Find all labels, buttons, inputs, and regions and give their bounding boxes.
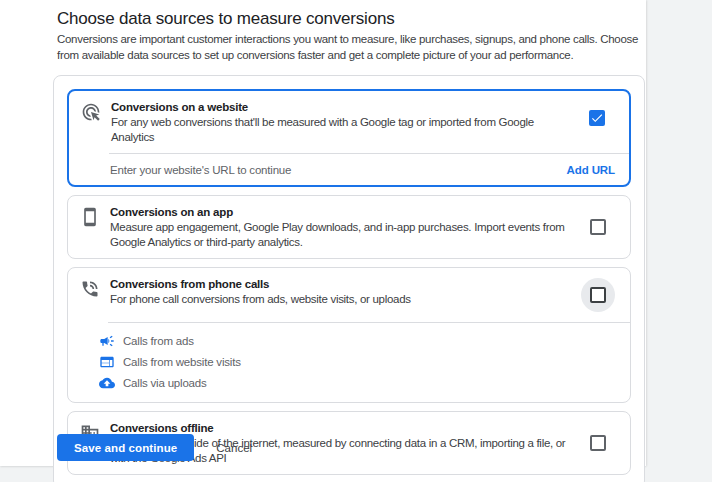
website-card-text: Conversions on a website For any web con…	[101, 99, 577, 145]
phone-card-title: Conversions from phone calls	[110, 277, 570, 292]
app-card-text: Conversions on an app Measure app engage…	[100, 204, 578, 250]
page-description: Conversions are important customer inter…	[57, 32, 647, 63]
phone-checkbox[interactable]	[590, 287, 606, 303]
save-and-continue-button[interactable]: Save and continue	[57, 434, 194, 461]
app-checkbox-column	[578, 204, 618, 250]
website-card-title: Conversions on a website	[111, 100, 569, 115]
phone-checkbox-hover-ring[interactable]	[581, 278, 615, 312]
content-panel: Choose data sources to measure conversio…	[0, 0, 646, 466]
option-card-website[interactable]: Conversions on a website For any web con…	[67, 89, 631, 187]
website-url-hint: Enter your website's URL to continue	[110, 164, 291, 176]
add-url-link[interactable]: Add URL	[567, 164, 615, 176]
phone-call-sources-list: Calls from ads Calls from website visits…	[68, 323, 630, 402]
page-title: Choose data sources to measure conversio…	[57, 9, 394, 29]
phone-card-header: Conversions from phone calls For phone c…	[68, 268, 630, 322]
phone-card-text: Conversions from phone calls For phone c…	[100, 276, 578, 307]
list-item-calls-from-website: Calls from website visits	[99, 351, 616, 372]
offline-checkbox-column	[578, 420, 618, 466]
phone-checkbox-column	[578, 276, 618, 314]
website-checkbox[interactable]	[589, 110, 605, 126]
app-card-header: Conversions on an app Measure app engage…	[68, 196, 630, 258]
list-item-calls-from-ads: Calls from ads	[99, 330, 616, 351]
website-card-description: For any web conversions that'll be measu…	[111, 115, 569, 145]
calls-via-uploads-label: Calls via uploads	[115, 377, 207, 389]
website-checkbox-column	[577, 99, 617, 137]
app-checkbox[interactable]	[590, 219, 606, 235]
action-bar: Save and continue Cancel	[57, 434, 252, 461]
cancel-button[interactable]: Cancel	[216, 442, 252, 454]
offline-checkbox[interactable]	[590, 435, 606, 451]
website-card-footer: Enter your website's URL to continue Add…	[69, 154, 629, 185]
data-sources-container: Conversions on a website For any web con…	[53, 75, 645, 482]
option-card-phone-calls[interactable]: Conversions from phone calls For phone c…	[67, 267, 631, 403]
phone-card-description: For phone call conversions from ads, web…	[110, 292, 570, 307]
phone-icon	[80, 279, 100, 299]
option-card-app[interactable]: Conversions on an app Measure app engage…	[67, 195, 631, 259]
calls-from-website-label: Calls from website visits	[115, 356, 241, 368]
web-window-icon	[99, 354, 115, 370]
megaphone-icon	[99, 333, 115, 349]
website-card-header: Conversions on a website For any web con…	[69, 91, 629, 153]
smartphone-icon	[80, 207, 100, 227]
cloud-upload-icon	[99, 375, 115, 391]
app-card-description: Measure app engagement, Google Play down…	[110, 220, 570, 250]
ads-click-icon	[81, 102, 101, 122]
app-card-title: Conversions on an app	[110, 205, 570, 220]
calls-from-ads-label: Calls from ads	[115, 335, 194, 347]
list-item-calls-via-uploads: Calls via uploads	[99, 372, 616, 393]
